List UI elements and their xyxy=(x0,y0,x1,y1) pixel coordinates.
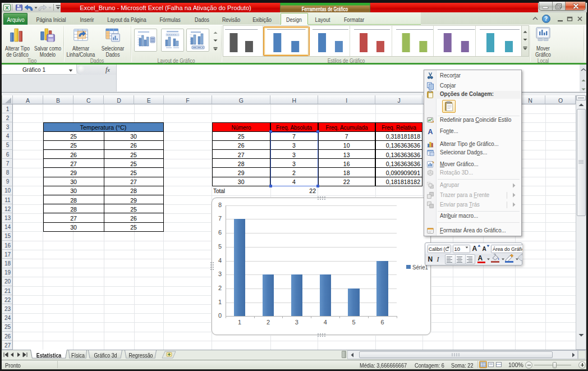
svg-text:X: X xyxy=(5,4,9,11)
svg-text:A: A xyxy=(428,128,433,135)
